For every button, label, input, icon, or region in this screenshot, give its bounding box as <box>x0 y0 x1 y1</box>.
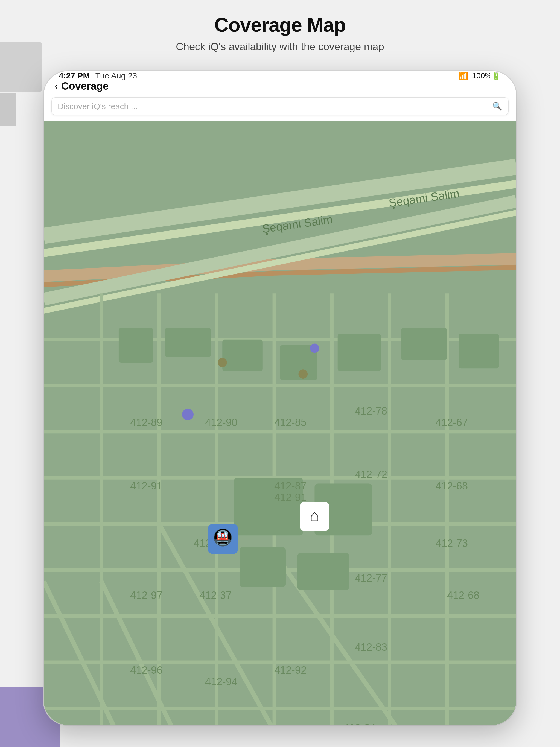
svg-text:412-68: 412-68 <box>436 480 468 492</box>
svg-text:⌂: ⌂ <box>310 507 320 525</box>
page-subtitle: Check iQ's availability with the coverag… <box>0 41 560 53</box>
wifi-icon: 📶 <box>459 71 468 80</box>
search-bar-wrap: Discover iQ's reach ... 🔍 <box>44 93 516 120</box>
svg-text:412-84: 412-84 <box>343 722 376 725</box>
svg-text:412-83: 412-83 <box>355 641 387 653</box>
svg-text:412-91: 412-91 <box>130 480 162 492</box>
back-button[interactable]: ‹ <box>55 81 58 92</box>
search-input[interactable]: Discover iQ's reach ... <box>58 102 488 111</box>
svg-text:412-87: 412-87 <box>274 480 307 492</box>
svg-text:412-37: 412-37 <box>199 590 232 601</box>
svg-text:412-77: 412-77 <box>355 572 387 584</box>
svg-rect-35 <box>297 552 349 590</box>
battery-icon: 100% 🔋 <box>472 71 501 80</box>
page-header: Coverage Map Check iQ's availability wit… <box>0 14 560 53</box>
svg-rect-30 <box>401 328 447 360</box>
svg-text:412-73: 412-73 <box>436 538 468 549</box>
status-bar: 4:27 PM Tue Aug 23 📶 100% 🔋 <box>44 71 516 80</box>
svg-rect-27 <box>222 340 263 371</box>
search-bar[interactable]: Discover iQ's reach ... 🔍 <box>51 97 509 115</box>
svg-point-66 <box>310 344 320 353</box>
status-time: 4:27 PM <box>59 71 90 80</box>
search-icon: 🔍 <box>492 101 502 111</box>
coverage-map[interactable]: ⌂ Şeqami Salim Şeqami Salim 412-89 412-9… <box>44 120 516 725</box>
device-frame: 4:27 PM Tue Aug 23 📶 100% 🔋 ‹ Coverage D… <box>44 71 516 725</box>
svg-text:412-97: 412-97 <box>130 590 162 601</box>
svg-text:412-72: 412-72 <box>355 469 387 480</box>
svg-text:412-85: 412-85 <box>274 417 307 428</box>
svg-text:412-94: 412-94 <box>205 676 237 687</box>
svg-text:412-90: 412-90 <box>205 417 237 428</box>
svg-text:412-68: 412-68 <box>447 590 479 601</box>
svg-rect-26 <box>165 328 211 357</box>
bg-decoration-mid <box>0 93 17 126</box>
svg-text:412-91: 412-91 <box>274 492 307 503</box>
page-title: Coverage Map <box>0 14 560 36</box>
status-date: Tue Aug 23 <box>96 71 137 80</box>
svg-point-67 <box>218 358 227 367</box>
svg-rect-34 <box>239 547 286 587</box>
svg-text:412-78: 412-78 <box>355 405 387 417</box>
svg-rect-31 <box>459 334 499 368</box>
svg-rect-29 <box>338 334 381 371</box>
svg-point-65 <box>182 409 194 420</box>
back-chevron-icon: ‹ <box>55 81 58 92</box>
svg-text:412-96: 412-96 <box>130 664 162 676</box>
nav-bar: ‹ Coverage <box>44 80 516 93</box>
svg-text:412-89: 412-89 <box>130 417 162 428</box>
svg-text:🚇: 🚇 <box>213 528 233 547</box>
svg-rect-25 <box>119 328 153 363</box>
map-area[interactable]: ⌂ Şeqami Salim Şeqami Salim 412-89 412-9… <box>44 120 516 725</box>
svg-text:412-92: 412-92 <box>274 664 307 676</box>
nav-title: Coverage <box>61 80 108 92</box>
svg-point-68 <box>298 369 308 379</box>
svg-text:412-67: 412-67 <box>436 417 468 428</box>
